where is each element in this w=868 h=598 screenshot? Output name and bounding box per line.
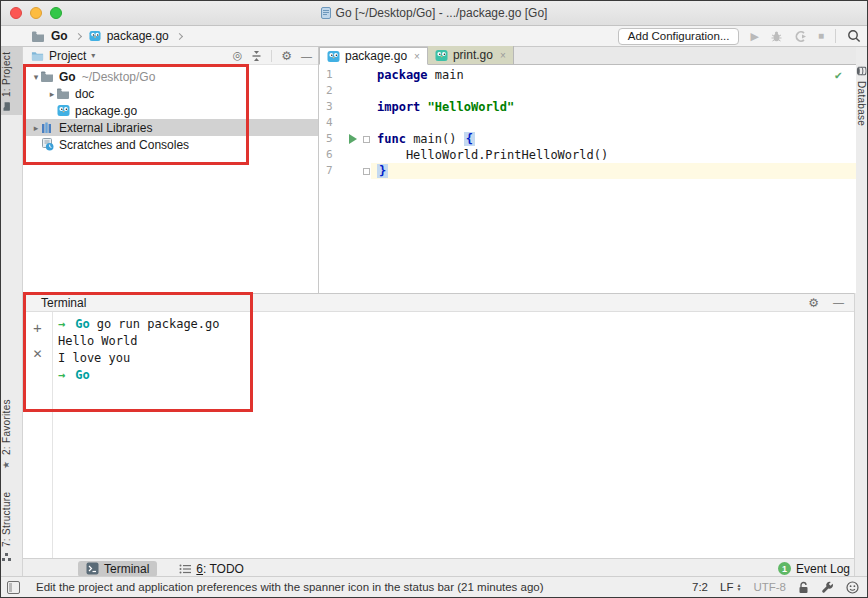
new-session-icon[interactable]: + [33,319,42,336]
tool-stripe-tab-favorites[interactable]: ★ 2: Favorites [1,396,22,474]
stop-icon[interactable]: ■ [818,31,824,41]
titlebar[interactable]: Go [~/Desktop/Go] - .../package.go [Go] [1,1,867,26]
project-view-selector[interactable]: Project ▾ [31,49,95,63]
tree-row-doc[interactable]: ▸ doc [23,85,318,102]
code-keyword: import [377,100,420,114]
inspections-ok-icon[interactable]: ✔ [835,68,842,82]
current-code-line: 7 } [319,163,856,179]
editor-tab-print-go[interactable]: print.go × [428,46,514,64]
run-icon[interactable]: ▶ [750,31,758,42]
toolbar-tab-terminal[interactable]: Terminal [78,561,157,577]
toolbar-tab-label: Terminal [104,562,149,576]
tree-item-label: Go [59,70,76,84]
terminal-tool-window: Terminal ⚙ — + ✕ →Gogo run package.go He… [23,293,854,558]
close-tab-icon[interactable]: × [414,51,420,62]
editor-tab-package-go[interactable]: package.go × [319,47,428,65]
chevron-right-icon [75,32,82,39]
wrench-icon[interactable] [821,581,834,594]
traffic-lights [10,7,62,19]
minimize-window-button[interactable] [30,7,42,19]
collapsed-arrow-icon[interactable]: ▸ [23,123,39,133]
line-separator[interactable]: LF [720,581,733,593]
hide-panel-icon[interactable]: — [833,296,844,310]
updown-arrows-icon: ▲▼ [736,583,741,591]
code-brace: { [464,132,475,146]
breadcrumb-project[interactable]: Go [51,29,68,43]
locate-file-icon[interactable]: ◎ [233,49,243,62]
code-keyword: package [377,68,428,82]
tree-row-package-go[interactable]: package.go [23,102,318,119]
tree-item-path: ~/Desktop/Go [82,70,156,84]
editor-tab-bar: package.go × print.go × [319,47,856,65]
toolbar-tab-todo[interactable]: 6: TODO [171,561,252,577]
terminal-header: Terminal ⚙ — [23,294,854,312]
event-log-button[interactable]: 1 Event Log [778,562,850,576]
terminal-panel-title: Terminal [41,296,86,310]
terminal-output[interactable]: →Gogo run package.go Hello World I love … [58,316,854,558]
tree-row-go-root[interactable]: ▾ Go ~/Desktop/Go [23,68,318,85]
editor-area: package.go × print.go × ✔ 1 package main… [319,47,856,293]
collapsed-arrow-icon[interactable]: ▸ [39,89,55,99]
go-file-icon [327,50,340,63]
code-editor[interactable]: ✔ 1 package main 2 3 import "HelloWorld"… [319,65,856,179]
scratches-icon [39,138,55,151]
tool-stripe-tab-structure[interactable]: 7: Structure [1,479,22,573]
line-number: 5 [319,131,345,147]
fold-marker-icon[interactable] [363,136,370,143]
status-message[interactable]: Edit the project and application prefere… [36,581,544,593]
search-everywhere-icon[interactable] [847,29,861,43]
run-with-coverage-icon[interactable] [794,30,807,43]
lock-icon[interactable] [798,581,809,594]
terminal-text: Hello World [58,334,137,348]
toolbar-separator [835,29,836,43]
document-icon [321,7,331,19]
debug-icon[interactable] [770,30,783,43]
project-panel-header: Project ▾ ◎ ⚙ — [23,47,318,65]
prompt-directory: Go [75,368,89,382]
go-file-icon [435,49,448,62]
tool-stripe-label: 1: Project [1,51,12,96]
run-main-gutter-icon[interactable] [349,134,357,144]
line-number: 6 [319,147,345,163]
prompt-directory: Go [75,317,89,331]
tool-stripe-tab-database[interactable]: Database [855,51,867,141]
breadcrumb: Go package.go [31,29,184,43]
tree-row-scratches[interactable]: Scratches and Consoles [23,136,318,153]
gear-icon[interactable]: ⚙ [808,296,819,310]
editor-tab-label: print.go [453,48,493,62]
line-number: 4 [319,115,345,131]
tool-window-switcher-icon[interactable] [7,581,20,594]
structure-icon [2,552,11,561]
code-text: main() [406,132,464,146]
tool-stripe-tab-project[interactable]: 1: Project [1,47,22,115]
close-window-button[interactable] [10,7,22,19]
gear-icon[interactable]: ⚙ [281,49,292,63]
tree-row-external-libraries[interactable]: ▸ External Libraries [23,119,318,136]
hide-panel-icon[interactable]: — [301,50,312,62]
tree-item-label: doc [75,87,94,101]
left-tool-stripe: 1: Project ★ 2: Favorites 7: Structure [1,47,23,576]
terminal-line: Hello World [58,333,854,350]
fold-marker-icon[interactable] [363,168,370,175]
event-log-label: Event Log [796,562,850,576]
breadcrumb-file[interactable]: package.go [107,29,169,43]
folder-icon [39,71,55,82]
terminal-toolbar: + ✕ [23,312,53,558]
project-tool-window: Project ▾ ◎ ⚙ — ▾ Go ~/Desktop/Go [23,47,319,293]
go-file-icon [55,104,71,117]
folder-icon [31,31,45,42]
prompt-arrow: → [58,317,65,331]
caret-position[interactable]: 7:2 [692,581,708,593]
file-encoding[interactable]: UTF-8 [753,581,786,593]
code-string: "HelloWorld" [420,100,514,114]
expanded-arrow-icon[interactable]: ▾ [23,72,39,82]
close-tab-icon[interactable]: × [500,50,506,61]
navigation-bar: Go package.go Add Configuration... ▶ ■ [1,26,867,47]
add-configuration-button[interactable]: Add Configuration... [618,28,740,45]
close-session-icon[interactable]: ✕ [32,347,42,361]
zoom-window-button[interactable] [50,7,62,19]
code-keyword: func [377,132,406,146]
collapse-all-icon[interactable] [251,50,262,62]
line-number: 2 [319,83,345,99]
inspector-face-icon[interactable] [846,581,859,594]
